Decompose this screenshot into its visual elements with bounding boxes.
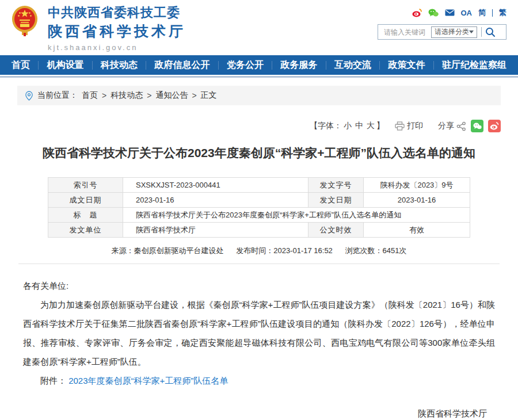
- site-header: 中共陕西省委科技工委 陕西省科学技术厅 kjt.shaanxi.gov.cn: [0, 0, 518, 55]
- chevron-down-icon: [469, 30, 474, 33]
- attachment-label: 附件：: [40, 376, 66, 385]
- document-meta-table: 索引号 SXSKXJST-2023-000441 发文字号 陕科办发〔2023〕…: [48, 177, 470, 238]
- font-size-small[interactable]: 小: [344, 121, 352, 131]
- org-name-line1: 中共陕西省委科技工委: [48, 4, 186, 21]
- share-weibo-button[interactable]: [488, 120, 501, 132]
- view-count: 浏览次数：6451次: [345, 246, 406, 255]
- nav-item-gov-info[interactable]: 政府信息公开: [155, 59, 210, 71]
- breadcrumb-prefix: 当前位置：: [37, 90, 78, 101]
- meta-row-dates: 成文日期 2023-01-16 发文日期 2023-01-16: [48, 193, 470, 208]
- site-brand: 中共陕西省委科技工委 陕西省科学技术厅 kjt.shaanxi.gov.cn: [12, 4, 186, 52]
- breadcrumb-separator: >: [102, 91, 106, 100]
- oa-link[interactable]: OA: [461, 9, 473, 17]
- national-emblem-icon: [12, 5, 38, 36]
- nav-item-discipline-inspection[interactable]: 驻厅纪检监察组: [442, 59, 506, 71]
- meta-value-index-number: SXSKXJST-2023-000441: [123, 178, 308, 193]
- nav-separator: [92, 61, 93, 70]
- meta-row-title: 标 题 陕西省科学技术厅关于公布2023年度秦创原“科学家+工程师”队伍入选名单…: [48, 208, 470, 223]
- breadcrumb-separator: >: [192, 91, 196, 100]
- signature-block: 陕西省科学技术厅 2023年1月16日: [0, 403, 487, 420]
- search-category-select[interactable]: 请选择分类: [431, 26, 477, 38]
- content-divider: [18, 264, 500, 264]
- nav-separator: [38, 61, 39, 70]
- nav-separator: [326, 61, 326, 70]
- nav-item-policy-docs[interactable]: 政策文件: [389, 59, 425, 71]
- weibo-icon[interactable]: [412, 9, 422, 17]
- meta-value-issuing-unit: 陕西省科学技术厅: [123, 223, 308, 238]
- header-right: OA 简 繁 请选择分类: [378, 7, 506, 40]
- print-icon[interactable]: [395, 121, 405, 131]
- breadcrumb-notices[interactable]: 通知公告: [155, 90, 188, 101]
- meta-value-issue-date: 2023-01-16: [364, 193, 470, 208]
- nav-separator: [433, 61, 434, 70]
- nav-item-home[interactable]: 首页: [12, 59, 30, 71]
- article-title: 陕西省科学技术厅关于公布2023年度秦创原“科学家+工程师”队伍入选名单的通知: [23, 144, 495, 162]
- meta-label: 发文单位: [48, 223, 123, 238]
- nav-item-organization[interactable]: 机构设置: [47, 59, 84, 71]
- breadcrumb-current: 正文: [201, 90, 217, 101]
- nav-item-party-affairs[interactable]: 党务公开: [227, 59, 264, 71]
- source-info: 来源：秦创原创新驱动平台建设处: [112, 246, 224, 255]
- font-size-prefix: 【字体：: [310, 121, 342, 131]
- nav-separator: [146, 61, 146, 70]
- nav-separator: [379, 61, 380, 70]
- search-divider: [481, 27, 482, 37]
- mail-icon[interactable]: [445, 9, 455, 16]
- breadcrumb-home[interactable]: 首页: [82, 90, 98, 101]
- location-pin-icon: [25, 91, 33, 101]
- main-nav: 首页 机构设置 科技动态 政府信息公开 党务公开 政务服务 互动交流 政策文件 …: [0, 55, 518, 75]
- search-icon: [485, 27, 496, 37]
- publish-time: 发布时间：2023-01-17 16:52: [236, 246, 333, 255]
- meta-row-index: 索引号 SXSKXJST-2023-000441 发文字号 陕科办发〔2023〕…: [48, 178, 470, 193]
- meta-label: 索引号: [48, 178, 123, 193]
- nav-item-sci-tech-news[interactable]: 科技动态: [101, 59, 138, 71]
- brand-text: 中共陕西省委科技工委 陕西省科学技术厅 kjt.shaanxi.gov.cn: [48, 4, 186, 52]
- meta-label: 发文日期: [308, 193, 364, 208]
- font-size-suffix: 】: [376, 121, 384, 131]
- meta-label: 公文时效: [308, 223, 364, 238]
- share-icon[interactable]: [456, 121, 466, 131]
- search-category-value: 请选择分类: [435, 27, 469, 37]
- lang-separator: [492, 9, 493, 17]
- meta-label: 标 题: [48, 208, 123, 223]
- meta-row-issuer: 发文单位 陕西省科学技术厅 公文时效 有效: [48, 223, 470, 238]
- breadcrumb-sci-tech-news[interactable]: 科技动态: [111, 90, 143, 101]
- meta-label: 成文日期: [48, 193, 123, 208]
- nav-separator: [218, 61, 219, 70]
- lang-traditional[interactable]: 繁: [499, 7, 506, 18]
- site-domain: kjt.shaanxi.gov.cn: [48, 43, 186, 52]
- wechat-icon[interactable]: [428, 9, 439, 17]
- breadcrumb-separator: >: [147, 91, 151, 100]
- attachment-line: 附件： 2023年度秦创原“科学家+工程师”队伍名单: [23, 371, 495, 390]
- share-wechat-button[interactable]: [471, 120, 483, 132]
- source-row: 来源：秦创原创新驱动平台建设处 发布时间：2023-01-17 16:52 浏览…: [0, 246, 518, 256]
- nav-item-gov-services[interactable]: 政务服务: [281, 59, 318, 71]
- meta-value-doc-number: 陕科办发〔2023〕9号: [364, 178, 470, 193]
- nav-bottom-strip: [0, 76, 518, 78]
- font-size-medium[interactable]: 中: [355, 121, 363, 131]
- wechat-icon: [473, 123, 482, 130]
- search-button[interactable]: [485, 27, 496, 37]
- meta-value-validity: 有效: [364, 223, 470, 238]
- signature-org: 陕西省科学技术厅: [0, 403, 487, 420]
- meta-value-title: 陕西省科学技术厅关于公布2023年度秦创原“科学家+工程师”队伍入选名单的通知: [123, 208, 470, 223]
- nav-item-interaction[interactable]: 互动交流: [334, 59, 371, 71]
- search-bar: 请选择分类: [378, 24, 506, 40]
- salutation: 各有关单位:: [23, 276, 495, 295]
- attachment-link[interactable]: 2023年度秦创原“科学家+工程师”队伍名单: [68, 376, 228, 385]
- quick-links: OA 简 繁: [378, 7, 506, 18]
- print-button[interactable]: 打印: [407, 121, 423, 131]
- font-size-large[interactable]: 大: [367, 121, 375, 131]
- body-paragraph: 为加力加速秦创原创新驱动平台建设，根据《秦创原“科学家+工程师”队伍项目建设方案…: [23, 295, 495, 371]
- lang-simplified[interactable]: 简: [478, 7, 486, 18]
- meta-value-written-date: 2023-01-16: [123, 193, 308, 208]
- article-body: 各有关单位: 为加力加速秦创原创新驱动平台建设，根据《秦创原“科学家+工程师”队…: [23, 276, 495, 390]
- weibo-icon: [490, 122, 499, 130]
- meta-label: 发文字号: [308, 178, 364, 193]
- breadcrumb: 当前位置： 首页 > 科技动态 > 通知公告 > 正文: [17, 86, 501, 105]
- search-input[interactable]: [383, 28, 431, 37]
- article-tools: 【字体： 小 中 大 】 打印 分享: [17, 120, 501, 132]
- nav-separator: [272, 61, 272, 70]
- share-label[interactable]: 分享: [438, 121, 454, 131]
- org-name-line2: 陕西省科学技术厅: [48, 22, 186, 41]
